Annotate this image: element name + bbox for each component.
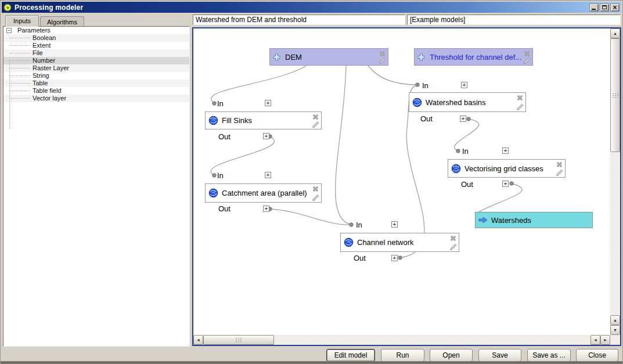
minimize-button[interactable]: [589, 3, 599, 12]
edit-node-icon[interactable]: [312, 121, 319, 128]
port-in-label: In: [422, 81, 428, 90]
expand-port-icon[interactable]: +: [502, 147, 509, 154]
save-as-button[interactable]: Save as ...: [527, 349, 571, 362]
tree-item-vector-layer[interactable]: Vector layer: [3, 95, 189, 102]
edit-node-icon[interactable]: [379, 57, 386, 64]
wire-fillsinks-catchment: [211, 136, 274, 175]
wire-catchment-channelnetwork: [270, 209, 351, 225]
title-bar[interactable]: Processing modeler ×: [2, 2, 621, 13]
node-label: Watershed basins: [426, 98, 486, 107]
add-input-icon: [417, 53, 425, 61]
tab-inputs[interactable]: Inputs: [5, 15, 39, 27]
model-name-input[interactable]: [193, 15, 405, 25]
minimize-icon: [592, 9, 596, 10]
output-arrow-icon: [478, 217, 488, 224]
edit-node-icon[interactable]: [556, 169, 563, 176]
tree-item-parameters[interactable]: − Parameters: [3, 27, 189, 34]
processing-modeler-window: Processing modeler × Inputs Algorithms −…: [0, 0, 623, 364]
expand-port-icon[interactable]: +: [391, 221, 398, 228]
run-button[interactable]: Run: [381, 349, 424, 362]
wire-watershedbasins-vectorising: [455, 119, 479, 151]
port-in-label: In: [462, 147, 469, 156]
close-dialog-button[interactable]: Close: [576, 349, 618, 362]
close-button[interactable]: ×: [610, 3, 620, 12]
node-vectorising-grid-classes[interactable]: Vectorising grid classes: [448, 159, 566, 178]
expand-port-icon[interactable]: +: [263, 206, 269, 212]
port-out-label: Out: [354, 254, 366, 262]
node-threshold[interactable]: Threshold for channel def...: [414, 48, 533, 66]
collapse-icon[interactable]: −: [6, 28, 12, 33]
saga-algorithm-icon: [412, 98, 422, 107]
node-dem[interactable]: DEM: [269, 48, 388, 66]
node-label: Fill Sinks: [222, 116, 252, 125]
expand-port-icon[interactable]: +: [265, 172, 271, 178]
node-label: Watersheds: [491, 216, 531, 225]
tree-item-boolean[interactable]: Boolean: [3, 34, 189, 42]
open-button[interactable]: Open: [430, 349, 473, 362]
close-icon: ×: [613, 5, 617, 10]
save-button[interactable]: Save: [478, 349, 521, 362]
model-group-input[interactable]: [407, 15, 621, 25]
saga-algorithm-icon: [344, 237, 354, 247]
tree-item-string[interactable]: String: [3, 72, 189, 80]
delete-node-icon[interactable]: [556, 161, 563, 168]
node-fill-sinks[interactable]: Fill Sinks: [205, 111, 322, 129]
delete-node-icon[interactable]: [516, 94, 524, 102]
edit-node-icon[interactable]: [516, 103, 524, 111]
port-out-label: Out: [420, 114, 433, 123]
port-in-label: In: [217, 171, 224, 180]
expand-port-icon[interactable]: +: [460, 116, 466, 122]
node-label: Catchment area (parallel): [222, 189, 307, 197]
add-input-icon: [273, 53, 280, 61]
window-title: Processing modeler: [15, 3, 83, 12]
tree-item-file[interactable]: File: [3, 49, 189, 57]
tree-item-table[interactable]: Table: [3, 80, 189, 87]
port-in-label: In: [217, 99, 224, 108]
tree-item-raster-layer[interactable]: Raster Layer: [3, 64, 189, 72]
node-label: DEM: [285, 53, 302, 62]
delete-node-icon[interactable]: [449, 235, 457, 242]
node-watersheds-output[interactable]: Watersheds: [475, 212, 593, 228]
port-in-label: In: [356, 221, 362, 229]
tree-item-table-field[interactable]: Table field: [3, 87, 189, 95]
tree-item-number[interactable]: Number: [3, 57, 189, 64]
inputs-tree-pane: − Parameters Boolean Extent File Number …: [3, 26, 190, 347]
window-bottom-edge: [1, 361, 622, 363]
edit-node-icon[interactable]: [312, 194, 319, 201]
edit-model-help-button[interactable]: Edit model help: [326, 349, 375, 362]
port-out-label: Out: [218, 132, 231, 141]
node-watershed-basins[interactable]: Watershed basins: [409, 92, 526, 112]
tree-item-extent[interactable]: Extent: [3, 42, 189, 49]
tab-algorithms[interactable]: Algorithms: [40, 16, 84, 27]
node-label: Channel network: [357, 238, 414, 247]
node-catchment-area[interactable]: Catchment area (parallel): [205, 183, 322, 203]
node-label: Vectorising grid classes: [464, 164, 543, 173]
wire-vectorising-watersheds: [475, 183, 522, 214]
saga-algorithm-icon: [208, 116, 218, 125]
wire-dem-fillsinks: [211, 66, 307, 103]
wire-dem-channelnetwork: [336, 66, 351, 225]
port-out-label: Out: [218, 204, 231, 213]
qgis-logo-icon: [3, 3, 12, 12]
saga-algorithm-icon: [208, 188, 218, 198]
port-out-label: Out: [461, 180, 473, 189]
edit-node-icon[interactable]: [449, 243, 457, 251]
node-label: Threshold for channel def...: [430, 53, 521, 62]
delete-node-icon[interactable]: [312, 113, 319, 121]
edit-node-icon[interactable]: [523, 57, 531, 64]
node-channel-network[interactable]: Channel network: [340, 233, 459, 252]
expand-port-icon[interactable]: +: [461, 82, 467, 88]
model-canvas: DEM Threshold for channel def... In + Fi…: [192, 27, 621, 346]
delete-node-icon[interactable]: [312, 185, 319, 193]
maximize-button[interactable]: [600, 3, 609, 12]
expand-port-icon[interactable]: +: [391, 255, 398, 261]
expand-port-icon[interactable]: +: [265, 100, 271, 106]
expand-port-icon[interactable]: +: [263, 133, 269, 139]
maximize-icon: [602, 5, 607, 9]
wire-dem-watershedbasins: [368, 66, 417, 85]
expand-port-icon[interactable]: +: [502, 181, 509, 187]
saga-algorithm-icon: [451, 164, 461, 174]
